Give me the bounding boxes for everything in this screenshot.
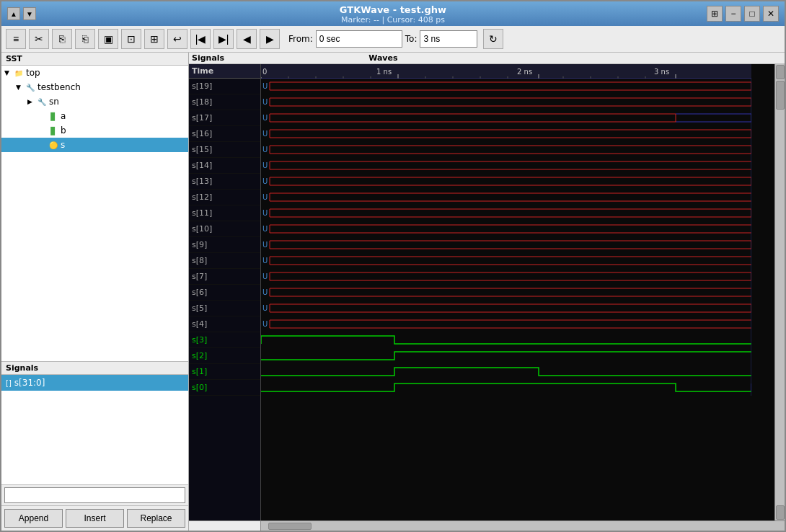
svg-text:U: U bbox=[262, 209, 268, 217]
svg-text:U: U bbox=[262, 241, 268, 249]
signals-section: Signals [] s[31:0] bbox=[1, 361, 188, 505]
go-start-button[interactable]: |◀ bbox=[190, 29, 211, 49]
main-window: ▲ ▼ GTKWave - test.ghw Marker: -- | Curs… bbox=[0, 0, 786, 532]
right-scrollbar[interactable] bbox=[774, 64, 785, 520]
signal-name-row: s[13] bbox=[189, 174, 260, 190]
left-panel: SST ▼ 📁 top ▼ 🔧 testbench bbox=[1, 53, 189, 531]
prev-button[interactable]: ◀ bbox=[237, 29, 257, 49]
next-button[interactable]: ▶ bbox=[260, 29, 280, 49]
signal-item-s31-0[interactable]: [] s[31:0] bbox=[1, 375, 188, 391]
tree-label-s: s bbox=[61, 140, 65, 150]
toolbar: ≡ ✂ ⎘ ⎗ ▣ ⊡ ⊞ ↩ |◀ ▶| ◀ ▶ From: To: ↻ bbox=[1, 26, 785, 53]
waveform-svg: 0 1 ns 2 ns 3 ns bbox=[261, 64, 751, 396]
svg-text:U: U bbox=[262, 225, 268, 233]
scrollbar-track[interactable] bbox=[775, 80, 785, 505]
tree-label-sn: sn bbox=[49, 97, 59, 107]
signal-name-row: s[4] bbox=[189, 316, 260, 332]
tree-item-s[interactable]: 🟡 s bbox=[1, 138, 188, 152]
undo-button[interactable]: ↩ bbox=[167, 29, 187, 49]
svg-text:U: U bbox=[262, 288, 268, 296]
zoom-fit-button[interactable]: ⊡ bbox=[121, 29, 141, 49]
tree-label-testbench: testbench bbox=[37, 82, 81, 92]
signal-name-row: s[9] bbox=[189, 237, 260, 253]
bottom-scrollbar-area bbox=[189, 520, 785, 531]
insert-button[interactable]: Insert bbox=[66, 509, 124, 528]
sst-header: SST bbox=[1, 53, 188, 66]
bottom-buttons: Append Insert Replace bbox=[1, 505, 188, 531]
svg-rect-34 bbox=[261, 110, 751, 126]
signal-names-list: s[19]s[18]s[17]s[16]s[15]s[14]s[13]s[12]… bbox=[189, 79, 260, 396]
signal-name-row: s[15] bbox=[189, 142, 260, 158]
minimize-up-button[interactable]: ▲ bbox=[7, 7, 20, 20]
scrollbar-down-btn[interactable] bbox=[776, 505, 785, 520]
from-label: From: bbox=[288, 34, 313, 44]
tree-item-b[interactable]: ▊ b bbox=[1, 123, 188, 138]
waves-top-label: Waves bbox=[368, 53, 397, 63]
svg-text:U: U bbox=[262, 193, 268, 201]
cut-button[interactable]: ✂ bbox=[29, 29, 49, 49]
svg-rect-130 bbox=[261, 380, 751, 396]
svg-text:U: U bbox=[262, 130, 268, 138]
scrollbar-spacer bbox=[189, 521, 261, 531]
tree-item-top[interactable]: ▼ 📁 top bbox=[1, 66, 188, 80]
minimize-down-button[interactable]: ▼ bbox=[23, 7, 36, 20]
zoom-button[interactable]: ⊞ bbox=[144, 29, 164, 49]
from-input[interactable] bbox=[316, 30, 402, 48]
signal-label-s31-0: s[31:0] bbox=[14, 378, 45, 388]
refresh-button[interactable]: ↻ bbox=[483, 29, 503, 49]
right-panel: Signals Waves Time s[19]s[18]s[17]s[16]s… bbox=[189, 53, 785, 531]
window-min-max[interactable]: ▲ ▼ bbox=[7, 7, 36, 20]
sst-tree[interactable]: ▼ 📁 top ▼ 🔧 testbench ▶ 🔧 sn bbox=[1, 66, 188, 361]
go-end-button[interactable]: ▶| bbox=[213, 29, 234, 49]
signals-list[interactable]: [] s[31:0] bbox=[1, 375, 188, 484]
svg-text:U: U bbox=[262, 177, 268, 185]
signal-name-row: s[18] bbox=[189, 94, 260, 110]
append-button[interactable]: Append bbox=[4, 509, 63, 528]
bottom-scrollbar-thumb[interactable] bbox=[268, 523, 312, 530]
bottom-scrollbar[interactable] bbox=[261, 521, 785, 531]
waves-top-bar: Signals Waves bbox=[189, 53, 785, 64]
window-maximize-button[interactable]: □ bbox=[744, 6, 760, 22]
signal-name-row: s[12] bbox=[189, 190, 260, 205]
svg-text:3 ns: 3 ns bbox=[654, 68, 669, 76]
replace-button[interactable]: Replace bbox=[127, 509, 185, 528]
main-area: SST ▼ 📁 top ▼ 🔧 testbench bbox=[1, 53, 785, 531]
tree-item-a[interactable]: ▊ a bbox=[1, 109, 188, 123]
scrollbar-thumb[interactable] bbox=[776, 81, 785, 110]
tree-item-sn[interactable]: ▶ 🔧 sn bbox=[1, 94, 188, 109]
signal-name-row: s[5] bbox=[189, 301, 260, 316]
signal-icon-b: ▊ bbox=[48, 127, 59, 135]
signal-names-col: Time s[19]s[18]s[17]s[16]s[15]s[14]s[13]… bbox=[189, 64, 261, 520]
tree-item-testbench[interactable]: ▼ 🔧 testbench bbox=[1, 80, 188, 94]
svg-rect-68 bbox=[261, 190, 751, 205]
search-input[interactable] bbox=[4, 487, 185, 503]
waveform-display[interactable]: 0 1 ns 2 ns 3 ns bbox=[261, 64, 774, 520]
signal-name-row: s[0] bbox=[189, 380, 260, 396]
copy-button[interactable]: ⎘ bbox=[52, 29, 72, 49]
svg-rect-22 bbox=[261, 79, 751, 94]
svg-rect-62 bbox=[261, 174, 751, 190]
tree-label-b: b bbox=[61, 125, 66, 136]
paste-button[interactable]: ⎗ bbox=[75, 29, 95, 49]
svg-rect-94 bbox=[261, 253, 751, 269]
window-close-button[interactable]: ✕ bbox=[763, 6, 779, 22]
window-icon-button[interactable]: ⊞ bbox=[707, 6, 723, 22]
svg-rect-49 bbox=[261, 142, 751, 158]
window-minimize-button[interactable]: − bbox=[725, 6, 741, 22]
sst-section: SST ▼ 📁 top ▼ 🔧 testbench bbox=[1, 53, 188, 361]
window-controls[interactable]: ⊞ − □ ✕ bbox=[707, 6, 779, 22]
scrollbar-up-btn[interactable] bbox=[776, 65, 785, 79]
chip-icon-testbench: 🔧 bbox=[25, 84, 36, 92]
svg-text:U: U bbox=[262, 114, 268, 122]
svg-rect-114 bbox=[261, 301, 751, 316]
svg-text:U: U bbox=[262, 304, 268, 312]
chip-icon-sn: 🔧 bbox=[36, 98, 48, 106]
svg-text:U: U bbox=[262, 272, 268, 280]
menu-button[interactable]: ≡ bbox=[6, 29, 26, 49]
select-button[interactable]: ▣ bbox=[98, 29, 118, 49]
to-label: To: bbox=[405, 34, 418, 44]
svg-text:2 ns: 2 ns bbox=[517, 68, 532, 76]
svg-rect-28 bbox=[261, 94, 751, 110]
svg-rect-43 bbox=[261, 126, 751, 142]
to-input[interactable] bbox=[420, 30, 477, 48]
